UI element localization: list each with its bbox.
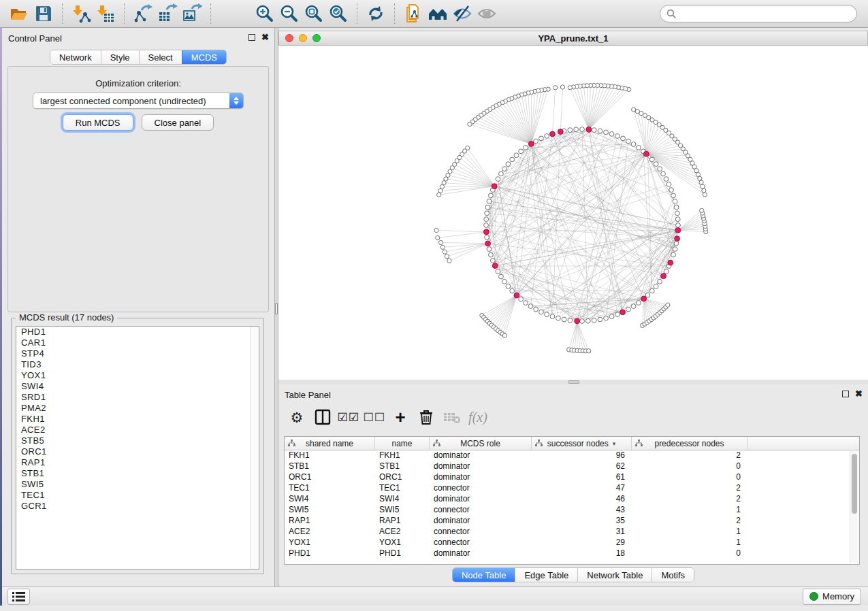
table-cell: dominator <box>430 548 532 559</box>
tab-motifs[interactable]: Motifs <box>652 568 694 582</box>
splitter-handle[interactable] <box>275 303 278 314</box>
zoom-fit-content-icon[interactable] <box>302 2 326 25</box>
hide-selected-icon[interactable] <box>450 2 475 25</box>
tab-network[interactable]: Network <box>50 50 101 64</box>
mcds-result-item[interactable]: SRD1 <box>16 392 259 403</box>
column-header[interactable]: predecessor nodes <box>632 437 748 450</box>
tab-edge-table[interactable]: Edge Table <box>515 568 577 582</box>
sort-indicator-icon: ▾ <box>613 440 616 447</box>
table-cell: 96 <box>532 450 632 461</box>
mcds-result-item[interactable]: STB1 <box>16 468 259 479</box>
delete-column-icon[interactable] <box>413 405 439 429</box>
mcds-result-list[interactable]: PHD1CAR1STP4TID3YOX1SWI4SRD1PMA2FKH1ACE2… <box>16 326 259 569</box>
table-cell: connector <box>430 538 532 548</box>
mcds-result-item[interactable]: SWI5 <box>16 479 259 490</box>
tab-style[interactable]: Style <box>101 50 139 64</box>
zoom-selected-icon[interactable] <box>326 2 351 25</box>
splitter-handle[interactable] <box>568 380 579 384</box>
search-input[interactable] <box>677 9 850 19</box>
table-row[interactable]: STB1STB1dominator620 <box>285 461 859 472</box>
table-options-icon[interactable]: ⚙ <box>284 405 310 429</box>
network-view[interactable] <box>278 46 868 380</box>
refresh-icon[interactable] <box>364 2 388 25</box>
table-row[interactable]: TEC1TEC1connector472 <box>285 483 859 494</box>
open-session-icon[interactable] <box>7 2 31 25</box>
network-graph[interactable] <box>278 46 868 380</box>
mcds-result-item[interactable]: PHD1 <box>16 327 259 337</box>
list-scrollbar[interactable] <box>251 327 259 569</box>
memory-button[interactable]: Memory <box>803 589 861 605</box>
tab-select[interactable]: Select <box>139 50 182 64</box>
search-field[interactable] <box>660 5 857 22</box>
table-row[interactable]: FKH1FKH1dominator962 <box>285 450 859 461</box>
table-cell: 31 <box>532 527 632 538</box>
scrollbar-thumb[interactable] <box>852 454 857 514</box>
table-row[interactable]: ACE2ACE2connector311 <box>285 527 859 538</box>
mcds-result-item[interactable]: FKH1 <box>16 414 259 425</box>
column-header[interactable]: name <box>375 437 430 450</box>
column-type-icon <box>288 440 295 447</box>
deselect-all-icon[interactable]: ☐☐ <box>361 405 387 429</box>
table-cell: 2 <box>632 516 748 527</box>
show-all-icon[interactable] <box>475 2 499 25</box>
close-panel-button[interactable]: Close panel <box>142 114 214 131</box>
mcds-result-item[interactable]: TEC1 <box>16 490 259 501</box>
column-header[interactable]: successor nodes▾ <box>532 437 632 450</box>
select-all-icon[interactable]: ☑☑ <box>336 405 361 429</box>
table-row[interactable]: ORC1ORC1dominator610 <box>285 472 859 483</box>
task-history-button[interactable] <box>7 589 30 605</box>
table-row[interactable]: PHD1PHD1dominator180 <box>285 548 859 559</box>
export-image-icon[interactable] <box>180 2 204 25</box>
table-cell: ORC1 <box>375 472 430 483</box>
mcds-result-item[interactable]: PMA2 <box>16 403 259 414</box>
export-table-icon[interactable] <box>155 2 180 25</box>
table-cell: 29 <box>532 538 632 548</box>
export-network-icon[interactable] <box>131 2 155 25</box>
mcds-result-item[interactable]: TID3 <box>16 359 259 370</box>
save-session-icon[interactable] <box>31 2 56 25</box>
table-cell: dominator <box>430 461 532 472</box>
criterion-dropdown[interactable]: largest connected component (undirected) <box>33 93 244 109</box>
zoom-in-icon[interactable] <box>253 2 277 25</box>
table-cell: 1 <box>632 527 748 538</box>
import-network-icon[interactable] <box>69 2 93 25</box>
close-panel-icon[interactable]: ✖ <box>855 391 863 397</box>
table-cell: dominator <box>430 494 532 505</box>
float-panel-icon[interactable] <box>248 34 255 41</box>
column-header[interactable]: MCDS role <box>430 437 532 450</box>
table-row[interactable]: YOX1YOX1connector291 <box>285 538 859 548</box>
toolbar-separator <box>357 3 357 24</box>
mcds-result-item[interactable]: RAP1 <box>16 457 259 468</box>
mcds-result-item[interactable]: STB5 <box>16 435 259 446</box>
horizontal-splitter[interactable] <box>278 380 868 384</box>
column-label: name <box>391 439 412 448</box>
zoom-out-icon[interactable] <box>277 2 302 25</box>
mcds-result-item[interactable]: CAR1 <box>16 337 259 348</box>
show-columns-icon[interactable] <box>310 405 336 429</box>
table-scrollbar[interactable] <box>850 451 858 563</box>
table-cell: SWI5 <box>285 505 375 516</box>
table-row[interactable]: RAP1RAP1dominator352 <box>285 516 859 527</box>
tab-network-table[interactable]: Network Table <box>577 568 652 582</box>
tab-mcds[interactable]: MCDS <box>182 50 226 64</box>
criterion-dropdown-value: largest connected component (undirected) <box>33 96 229 106</box>
toolbar-separator <box>124 3 125 24</box>
float-panel-icon[interactable] <box>842 391 849 397</box>
mcds-result-item[interactable]: ACE2 <box>16 425 259 435</box>
mcds-result-item[interactable]: ORC1 <box>16 446 259 457</box>
mcds-result-item[interactable]: SWI4 <box>16 381 259 392</box>
mcds-result-item[interactable]: STP4 <box>16 348 259 359</box>
table-row[interactable]: SWI4SWI4dominator462 <box>285 494 859 505</box>
tab-node-table[interactable]: Node Table <box>453 568 515 582</box>
network-window-titlebar[interactable]: YPA_prune.txt_1 <box>278 31 868 46</box>
run-mcds-button[interactable]: Run MCDS <box>63 114 133 131</box>
first-neighbors-icon[interactable] <box>425 2 450 25</box>
close-panel-icon[interactable]: ✖ <box>261 34 269 41</box>
mcds-result-item[interactable]: GCR1 <box>16 501 259 512</box>
table-row[interactable]: SWI5SWI5connector431 <box>285 505 859 516</box>
column-header[interactable]: shared name <box>285 437 375 450</box>
add-column-icon[interactable]: + <box>387 405 413 429</box>
import-table-icon[interactable] <box>93 2 118 25</box>
mcds-result-item[interactable]: YOX1 <box>16 370 259 381</box>
new-network-from-selection-icon[interactable] <box>401 2 425 25</box>
